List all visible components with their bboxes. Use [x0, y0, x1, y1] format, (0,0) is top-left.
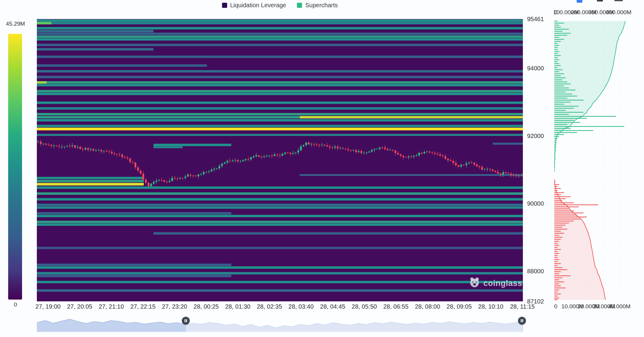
- cropped-legend-mark-top-right[interactable]: [597, 0, 603, 2]
- cropped-legend-line-top-right[interactable]: [614, 0, 623, 1]
- time-axis-label: 28, 11:15: [510, 303, 535, 310]
- legend-swatch: [222, 3, 227, 8]
- colorbar-max-label: 45.29M: [2, 21, 29, 27]
- time-axis-label: 27, 22:15: [130, 303, 155, 310]
- time-axis-label: 28, 10:10: [478, 303, 503, 310]
- liquidation-heatmap-canvas[interactable]: [37, 19, 523, 301]
- time-axis-label: 27, 19:00: [35, 303, 60, 310]
- coinglass-watermark: coinglass: [469, 277, 522, 290]
- cropped-legend-swatch-top-right[interactable]: [577, 0, 582, 3]
- legend-label: Liquidation Leverage: [230, 2, 286, 9]
- time-axis-label: 28, 00:25: [194, 303, 219, 310]
- time-axis-label: 28, 01:30: [225, 303, 250, 310]
- chart-legend: Liquidation LeverageSupercharts: [37, 2, 523, 9]
- price-axis-label: 94000: [527, 65, 544, 72]
- pause-icon: [520, 319, 524, 323]
- time-axis-label: 27, 20:05: [67, 303, 92, 310]
- price-axis-label: 95461: [527, 16, 544, 22]
- price-axis-label: 90000: [527, 200, 544, 207]
- time-axis-label: 28, 04:45: [320, 303, 345, 310]
- price-axis-label: 88000: [527, 268, 544, 274]
- navigator-canvas[interactable]: [37, 314, 523, 332]
- colorbar-min-label: 0: [2, 301, 29, 308]
- price-axis-label: 92000: [527, 133, 544, 139]
- depth-size-axis-label: 0: [554, 303, 558, 310]
- time-axis-label: 28, 05:50: [352, 303, 377, 310]
- pause-icon: [184, 319, 188, 323]
- legend-item-supercharts[interactable]: Supercharts: [297, 2, 338, 9]
- legend-label: Supercharts: [305, 2, 338, 9]
- navigator-handle-left[interactable]: [182, 317, 190, 325]
- legend-swatch: [297, 3, 302, 8]
- time-axis-label: 28, 02:35: [257, 303, 282, 310]
- liquidation-heatmap-page: Liquidation LeverageSupercharts 45.29M 0: [0, 0, 644, 337]
- coinglass-watermark-text: coinglass: [483, 279, 522, 288]
- time-axis-label: 28, 06:55: [383, 303, 408, 310]
- depth-chart-canvas[interactable]: [554, 19, 627, 301]
- coinglass-logo-icon: [469, 277, 480, 290]
- depth-cumulative-axis-label: 400.000M: [606, 9, 632, 16]
- depth-size-axis-label: 40.000M: [608, 303, 630, 310]
- navigator-handle-right[interactable]: [518, 317, 526, 325]
- time-axis-label: 27, 23:20: [162, 303, 187, 310]
- time-axis-label: 28, 09:05: [446, 303, 472, 310]
- time-axis-label: 28, 03:40: [288, 303, 314, 310]
- time-axis-label: 27, 21:10: [99, 303, 124, 310]
- time-axis-label: 28, 08:00: [415, 303, 440, 310]
- colorbar-gradient: [8, 34, 22, 300]
- legend-item-liquidation-leverage[interactable]: Liquidation Leverage: [222, 2, 286, 9]
